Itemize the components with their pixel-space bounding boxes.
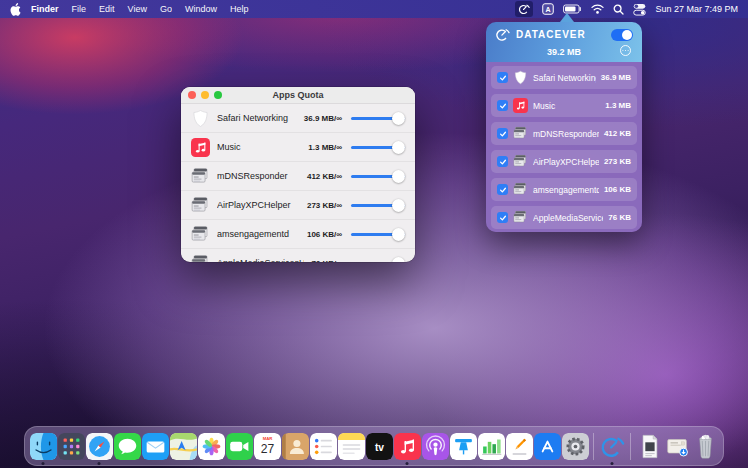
mail-icon <box>142 433 169 460</box>
menu-window[interactable]: Window <box>185 4 217 14</box>
dock-messages[interactable] <box>114 427 141 465</box>
downloads-icon <box>664 433 691 460</box>
panel-app-row: AirPlayXPCHelper273 KB <box>491 150 637 173</box>
input-source-icon[interactable]: A <box>542 3 554 15</box>
dock-document[interactable] <box>636 427 663 465</box>
quota-slider[interactable] <box>351 199 405 212</box>
dock: MAR27tv <box>24 426 724 466</box>
dock-maps[interactable] <box>170 427 197 465</box>
popover-arrow <box>560 13 574 22</box>
toggle-knob[interactable] <box>622 30 632 40</box>
dock-calendar[interactable]: MAR27 <box>254 427 281 465</box>
quota-slider[interactable] <box>351 170 405 183</box>
dock-datacever[interactable] <box>599 427 626 465</box>
datacever-toggle[interactable] <box>611 29 633 41</box>
app-checkbox[interactable] <box>497 184 508 195</box>
menu-file[interactable]: File <box>72 4 87 14</box>
quota-value: 106 KB/∞ <box>307 230 342 239</box>
dock-notes[interactable] <box>338 427 365 465</box>
dock-tv[interactable]: tv <box>366 427 393 465</box>
menu-view[interactable]: View <box>128 4 147 14</box>
slider-knob[interactable] <box>392 141 405 154</box>
pages-icon <box>506 433 533 460</box>
dock-reminders[interactable] <box>310 427 337 465</box>
apple-menu-icon[interactable] <box>10 3 21 16</box>
panel-app-row: Music1.3 MB <box>491 94 637 117</box>
document-icon <box>636 433 663 460</box>
slider-knob[interactable] <box>392 199 405 212</box>
minimize-button[interactable] <box>201 91 209 99</box>
svg-text:tv: tv <box>374 441 383 452</box>
quota-slider[interactable] <box>351 141 405 154</box>
svg-text:MAR: MAR <box>262 436 272 441</box>
menu-edit[interactable]: Edit <box>99 4 115 14</box>
syspref-icon <box>562 433 589 460</box>
spotlight-search-icon[interactable] <box>613 4 624 15</box>
music-icon <box>191 138 210 157</box>
window-titlebar[interactable]: Apps Quota <box>181 87 415 104</box>
app-checkbox[interactable] <box>497 128 508 139</box>
dock-safari[interactable] <box>86 427 113 465</box>
dock-keynote[interactable] <box>450 427 477 465</box>
quota-slider[interactable] <box>351 257 405 263</box>
app-name: mDNSResponder <box>533 129 599 139</box>
zoom-button[interactable] <box>214 91 222 99</box>
exec-icon <box>191 196 210 215</box>
wifi-icon[interactable] <box>591 4 604 14</box>
active-app-name[interactable]: Finder <box>31 4 59 14</box>
panel-app-row: Safari Networking36.9 MB <box>491 66 637 89</box>
app-checkbox[interactable] <box>497 100 508 111</box>
slider-knob[interactable] <box>392 170 405 183</box>
dock-finder[interactable] <box>30 427 57 465</box>
usage-value: 273 KB <box>604 157 631 166</box>
quota-slider[interactable] <box>351 228 405 241</box>
exec-icon <box>513 154 528 169</box>
slider-knob[interactable] <box>392 257 405 263</box>
panel-app-row: amsengagementd106 KB <box>491 178 637 201</box>
dock-trash[interactable] <box>692 427 719 465</box>
usage-value: 36.9 MB <box>601 73 631 82</box>
close-button[interactable] <box>188 91 196 99</box>
svg-text:27: 27 <box>260 442 274 456</box>
dock-launchpad[interactable] <box>58 427 85 465</box>
menu-bar-clock[interactable]: Sun 27 Mar 7:49 PM <box>655 4 738 14</box>
app-name: Safari Networking <box>533 73 596 83</box>
more-options-icon[interactable] <box>620 45 631 56</box>
datacever-menu-icon[interactable] <box>515 1 533 17</box>
photos-icon <box>198 433 225 460</box>
slider-knob[interactable] <box>392 112 405 125</box>
facetime-icon <box>226 433 253 460</box>
app-name: Music <box>217 142 301 152</box>
slider-knob[interactable] <box>392 228 405 241</box>
menu-help[interactable]: Help <box>230 4 249 14</box>
control-center-icon[interactable] <box>633 3 646 16</box>
app-checkbox[interactable] <box>497 72 508 83</box>
dock-separator <box>630 433 631 460</box>
appstore-icon <box>534 433 561 460</box>
dock-contacts[interactable] <box>282 427 309 465</box>
quota-slider[interactable] <box>351 112 405 125</box>
dock-music[interactable] <box>394 427 421 465</box>
finder-icon <box>30 433 57 460</box>
datacever-panel: DATACEVER 39.2 MB Safari Networking36.9 … <box>486 22 642 232</box>
dock-numbers[interactable] <box>478 427 505 465</box>
dock-mail[interactable] <box>142 427 169 465</box>
running-indicator <box>406 462 409 465</box>
dock-pages[interactable] <box>506 427 533 465</box>
dock-podcasts[interactable] <box>422 427 449 465</box>
running-indicator <box>98 462 101 465</box>
app-checkbox[interactable] <box>497 212 508 223</box>
dock-syspref[interactable] <box>562 427 589 465</box>
exec-icon <box>191 225 210 244</box>
quota-value: 412 KB/∞ <box>307 172 342 181</box>
dock-downloads[interactable] <box>664 427 691 465</box>
app-checkbox[interactable] <box>497 156 508 167</box>
dock-facetime[interactable] <box>226 427 253 465</box>
notes-icon <box>338 433 365 460</box>
panel-header: DATACEVER 39.2 MB <box>486 22 642 62</box>
dock-photos[interactable] <box>198 427 225 465</box>
exec-icon <box>513 210 528 225</box>
safari-networking-icon <box>513 70 528 85</box>
menu-go[interactable]: Go <box>160 4 172 14</box>
dock-appstore[interactable] <box>534 427 561 465</box>
